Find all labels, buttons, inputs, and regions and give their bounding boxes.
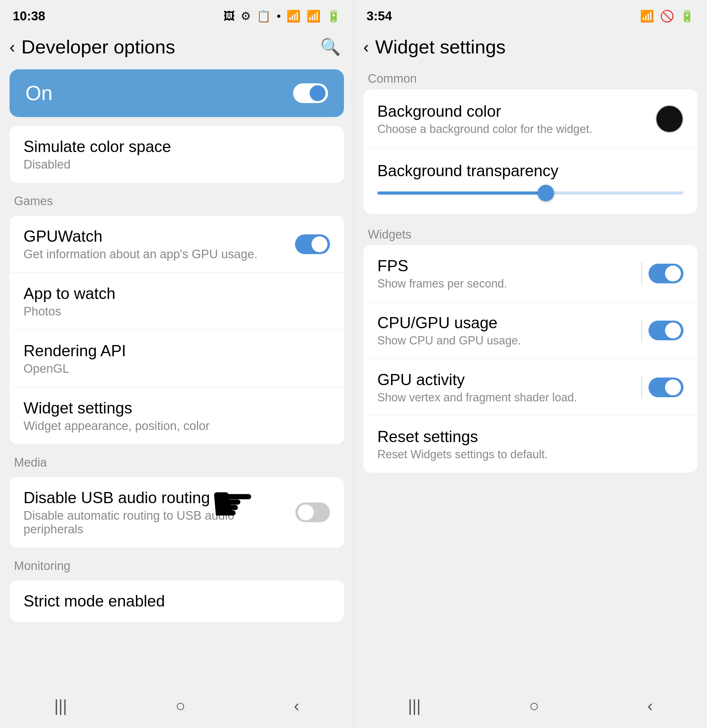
on-toggle-switch[interactable] (293, 83, 328, 103)
nav-home-right[interactable]: ○ (529, 696, 539, 715)
right-panel: 3:54 📶 🚫 🔋 ‹ Widget settings Common Back… (354, 0, 707, 728)
slider-fill (377, 191, 546, 195)
widgets-section-label: Widgets (364, 220, 697, 245)
simulate-color-title: Simulate color space (23, 137, 171, 156)
nav-back-left[interactable]: ‹ (294, 696, 299, 715)
search-button-left[interactable]: 🔍 (320, 37, 341, 56)
nav-home-left[interactable]: ○ (176, 696, 185, 715)
bg-transparency-title: Background transparency (377, 162, 684, 180)
gpu-activity-divider (641, 376, 642, 399)
nav-back-right[interactable]: ‹ (647, 696, 653, 715)
gpu-activity-row[interactable]: GPU activity Show vertex and fragment sh… (364, 359, 697, 416)
simulate-color-item[interactable]: Simulate color space Disabled (10, 126, 344, 183)
gpu-activity-toggle[interactable] (648, 377, 684, 397)
rendering-api-subtitle: OpenGL (23, 362, 126, 376)
nav-menu-left[interactable]: ||| (54, 696, 67, 715)
battery-icon-right: 🔋 (680, 10, 694, 23)
games-card: GPUWatch Get information about an app's … (10, 216, 344, 444)
header-left: ‹ Developer options 🔍 (0, 30, 354, 64)
bg-transparency-section: Background transparency (364, 149, 697, 214)
status-icons-left: 🖼 ⚙ 📋 • 📶 📶 🔋 (224, 10, 341, 23)
gpu-activity-subtitle: Show vertex and fragment shader load. (377, 391, 577, 404)
header-right: ‹ Widget settings (354, 30, 707, 64)
widget-settings-item[interactable]: Widget settings Widget appearance, posit… (10, 387, 344, 444)
app-to-watch-title: App to watch (23, 285, 115, 303)
strict-mode-title: Strict mode enabled (23, 592, 165, 610)
transparency-slider[interactable] (377, 191, 684, 195)
gpuwatch-item[interactable]: GPUWatch Get information about an app's … (10, 216, 344, 273)
bg-color-row[interactable]: Background color Choose a background col… (364, 90, 697, 149)
widget-settings-subtitle: Widget appearance, position, color (23, 419, 209, 433)
widgets-card: FPS Show frames per second. CPU/GPU usag… (364, 245, 697, 472)
media-card: Disable USB audio routing Disable automa… (10, 477, 344, 547)
cpu-gpu-subtitle: Show CPU and GPU usage. (377, 334, 521, 347)
battery-icon: 🔋 (326, 10, 341, 23)
disable-usb-title: Disable USB audio routing (23, 488, 295, 507)
wifi-icon-right: 📶 (640, 10, 654, 23)
clipboard-icon: 📋 (257, 10, 271, 23)
strict-mode-item[interactable]: Strict mode enabled (10, 581, 344, 622)
cpu-gpu-toggle[interactable] (648, 321, 684, 340)
simulate-color-subtitle: Disabled (23, 158, 171, 172)
on-label: On (25, 81, 52, 105)
disable-usb-item[interactable]: Disable USB audio routing Disable automa… (10, 477, 344, 547)
no-icon-right: 🚫 (660, 10, 674, 23)
right-content: Common Background color Choose a backgro… (354, 64, 707, 687)
wifi-icon: 📶 (286, 10, 301, 23)
status-time-left: 10:38 (13, 9, 45, 23)
nav-bar-left: ||| ○ ‹ (0, 687, 354, 728)
nav-bar-right: ||| ○ ‹ (354, 687, 707, 728)
gpu-activity-title: GPU activity (377, 371, 577, 389)
page-title-left: Developer options (21, 36, 175, 58)
monitoring-card: Strict mode enabled (10, 581, 344, 622)
reset-settings-subtitle: Reset Widgets settings to default. (377, 448, 548, 461)
cpu-gpu-row[interactable]: CPU/GPU usage Show CPU and GPU usage. (364, 302, 697, 359)
fps-divider (641, 262, 642, 285)
fps-row[interactable]: FPS Show frames per second. (364, 245, 697, 302)
cpu-gpu-title: CPU/GPU usage (377, 313, 521, 332)
page-title-right: Widget settings (375, 36, 505, 58)
app-to-watch-item[interactable]: App to watch Photos (10, 273, 344, 330)
reset-settings-row[interactable]: Reset settings Reset Widgets settings to… (364, 416, 697, 472)
color-circle[interactable] (655, 105, 684, 133)
cpu-gpu-divider (641, 319, 642, 342)
fps-title: FPS (377, 257, 507, 275)
games-section-label: Games (0, 187, 354, 212)
status-bar-left: 10:38 🖼 ⚙ 📋 • 📶 📶 🔋 (0, 0, 354, 30)
back-button-left[interactable]: ‹ (10, 38, 15, 56)
common-card: Background color Choose a background col… (364, 90, 697, 214)
back-button-right[interactable]: ‹ (364, 38, 369, 56)
disable-usb-toggle[interactable] (295, 503, 330, 522)
fps-subtitle: Show frames per second. (377, 277, 507, 290)
widget-settings-title: Widget settings (23, 399, 209, 417)
simulate-color-card: Simulate color space Disabled (10, 126, 344, 183)
fps-toggle[interactable] (648, 264, 684, 283)
nav-menu-right[interactable]: ||| (408, 696, 421, 715)
status-time-right: 3:54 (366, 9, 392, 23)
gpuwatch-subtitle: Get information about an app's GPU usage… (23, 247, 257, 261)
status-bar-right: 3:54 📶 🚫 🔋 (354, 0, 707, 30)
rendering-api-title: Rendering API (23, 342, 126, 360)
monitoring-section-label: Monitoring (0, 552, 354, 576)
common-section-label: Common (364, 64, 697, 90)
slider-thumb[interactable] (538, 185, 554, 201)
signal-icon: 📶 (306, 10, 321, 23)
status-icons-right: 📶 🚫 🔋 (640, 10, 694, 23)
reset-settings-title: Reset settings (377, 428, 548, 446)
gpuwatch-title: GPUWatch (23, 227, 257, 246)
app-to-watch-subtitle: Photos (23, 305, 115, 318)
settings-icon: ⚙ (241, 10, 251, 23)
rendering-api-item[interactable]: Rendering API OpenGL (10, 330, 344, 387)
gpuwatch-toggle[interactable] (295, 234, 330, 254)
dot-icon: • (277, 10, 281, 23)
disable-usb-subtitle: Disable automatic routing to USB audio p… (23, 509, 295, 536)
bg-color-title: Background color (377, 102, 592, 121)
gallery-icon: 🖼 (224, 10, 235, 23)
media-section-label: Media (0, 448, 354, 473)
on-toggle-card[interactable]: On (10, 69, 344, 117)
bg-color-subtitle: Choose a background color for the widget… (377, 123, 592, 136)
